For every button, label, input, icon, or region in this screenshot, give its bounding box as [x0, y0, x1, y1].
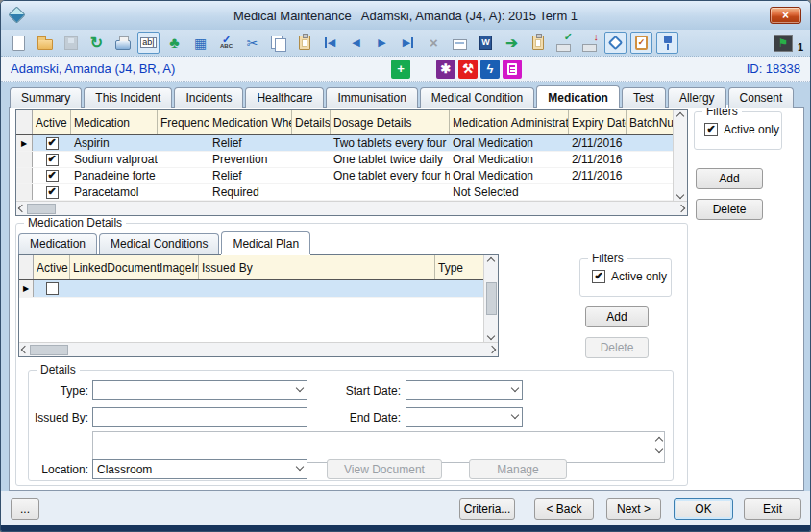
- location-combo[interactable]: Classroom: [92, 459, 307, 479]
- tab-healthcare[interactable]: Healthcare: [245, 87, 324, 108]
- medication-row-paracetamol[interactable]: ✔ Paracetamol Required Not Selected: [16, 184, 673, 201]
- medication-row-sodium-valproate[interactable]: ✔ Sodium valproate Prevention One tablet…: [16, 152, 673, 168]
- scroll-down-icon[interactable]: [676, 191, 684, 199]
- tab-immunisation[interactable]: Immunisation: [326, 87, 417, 108]
- tab-test[interactable]: Test: [622, 87, 666, 108]
- tab-medical-conditions[interactable]: Medical Conditions: [99, 233, 219, 254]
- back-button[interactable]: < Back: [534, 498, 594, 520]
- delete-medication-button[interactable]: Delete: [696, 199, 763, 220]
- first-record-icon[interactable]: ◀: [319, 32, 341, 54]
- spin-down-icon[interactable]: [655, 446, 663, 453]
- more-button[interactable]: ...: [11, 498, 39, 520]
- next-button[interactable]: Next >: [606, 498, 661, 520]
- col-medication-when[interactable]: Medication When: [209, 110, 292, 134]
- type-combo[interactable]: [92, 380, 307, 400]
- active-checkbox[interactable]: ✔: [46, 186, 59, 199]
- cell-medication[interactable]: Paracetamol: [71, 184, 158, 200]
- paste-icon[interactable]: [293, 32, 315, 54]
- medical-plan-row[interactable]: ▶: [19, 280, 483, 298]
- col-medication[interactable]: Medication: [71, 110, 158, 134]
- medical-plan-grid-vscroll[interactable]: [483, 255, 498, 342]
- refresh-icon[interactable]: ↻: [86, 32, 108, 54]
- add-status-icon[interactable]: +: [391, 60, 410, 79]
- tab-summary[interactable]: Summary: [10, 87, 82, 108]
- col-batchnum[interactable]: BatchNum: [627, 110, 673, 134]
- tag-icon[interactable]: [604, 32, 627, 54]
- lightning-status-icon[interactable]: ϟ: [480, 60, 500, 79]
- star-status-icon[interactable]: ✱: [436, 60, 455, 79]
- col-details[interactable]: Details: [292, 110, 331, 134]
- cell-medication[interactable]: Aspirin: [71, 135, 158, 151]
- col-issued-by[interactable]: Issued By: [199, 255, 435, 279]
- copy-icon[interactable]: [267, 32, 289, 54]
- last-record-icon[interactable]: ▶: [397, 32, 419, 54]
- checklist-icon[interactable]: ✓: [630, 32, 652, 54]
- tab-this-incident[interactable]: This Incident: [84, 87, 172, 108]
- col-expiry-date[interactable]: Expiry Date: [569, 110, 627, 134]
- scroll-up-icon[interactable]: [487, 257, 495, 265]
- scroll-left-icon[interactable]: [21, 346, 29, 353]
- tab-consent[interactable]: Consent: [728, 87, 795, 108]
- col-type[interactable]: Type: [435, 255, 485, 279]
- plan-active-only-filter[interactable]: ✔ Active only: [592, 270, 667, 283]
- medication-grid-vscroll[interactable]: [673, 110, 687, 201]
- tab-medical-condition[interactable]: Medical Condition: [420, 87, 534, 108]
- new-document-icon[interactable]: [8, 32, 30, 54]
- flag-icon[interactable]: ⚑: [774, 35, 793, 52]
- tab-medication-detail[interactable]: Medication: [18, 233, 97, 254]
- col-frequency[interactable]: Frequency: [158, 110, 209, 134]
- word-document-icon[interactable]: W: [475, 32, 497, 54]
- medication-row-panadeine-forte[interactable]: ✔ Panadeine forte Relief One tablet ever…: [16, 168, 673, 184]
- tab-incidents[interactable]: Incidents: [174, 87, 243, 108]
- active-checkbox[interactable]: ✔: [46, 154, 59, 166]
- previous-record-icon[interactable]: ◀: [345, 32, 367, 54]
- col-linked-document-image-index[interactable]: LinkedDocumentImageIndex: [70, 255, 199, 279]
- vscroll-thumb[interactable]: [486, 282, 497, 315]
- tree-icon[interactable]: ♣: [163, 32, 185, 54]
- plan-active-only-checkbox[interactable]: ✔: [592, 270, 605, 283]
- active-only-filter[interactable]: ✔ Active only: [704, 123, 779, 136]
- criteria-button[interactable]: Criteria...: [459, 498, 515, 520]
- col-plan-active[interactable]: Active: [34, 255, 70, 279]
- start-date-combo[interactable]: [406, 380, 523, 400]
- clipboard-status-icon[interactable]: [503, 60, 522, 79]
- export-icon[interactable]: ➔: [501, 32, 523, 54]
- issued-by-input[interactable]: [92, 407, 307, 427]
- next-record-icon[interactable]: ▶: [371, 32, 393, 54]
- import-icon[interactable]: ↓: [578, 32, 601, 54]
- scroll-left-icon[interactable]: [18, 205, 26, 212]
- active-checkbox[interactable]: ✔: [46, 170, 59, 182]
- col-dosage-details[interactable]: Dosage Details: [331, 110, 450, 134]
- active-checkbox[interactable]: ✔: [46, 137, 59, 150]
- hscroll-thumb[interactable]: [27, 204, 56, 214]
- col-medication-administration[interactable]: Medication Administration: [450, 110, 569, 134]
- approve-icon[interactable]: ✓: [553, 32, 575, 54]
- cell-medication[interactable]: Panadeine forte: [71, 168, 158, 183]
- spin-up-icon[interactable]: [655, 437, 663, 445]
- clipboard-icon[interactable]: [527, 32, 549, 54]
- scroll-right-icon[interactable]: [677, 205, 685, 212]
- medication-grid-hscroll[interactable]: [16, 201, 687, 215]
- hammer-status-icon[interactable]: ⚒: [458, 60, 478, 79]
- close-button[interactable]: ×: [770, 7, 801, 24]
- plan-active-checkbox[interactable]: [46, 282, 59, 295]
- memo-icon[interactable]: [449, 32, 471, 54]
- tab-medical-plan[interactable]: Medical Plan: [221, 231, 310, 254]
- hscroll-thumb[interactable]: [30, 345, 68, 355]
- print-icon[interactable]: [111, 32, 134, 54]
- spellcheck-icon[interactable]: ✓ABC: [215, 32, 237, 54]
- find-icon[interactable]: ab|: [137, 32, 160, 54]
- end-date-combo[interactable]: [406, 407, 523, 427]
- active-only-checkbox[interactable]: ✔: [704, 123, 718, 136]
- medication-row-aspirin[interactable]: ▶ ✔ Aspirin Relief Two tablets every fou…: [16, 135, 673, 152]
- medical-plan-grid-hscroll[interactable]: [19, 342, 498, 356]
- title-bar[interactable]: Medical Maintenance Adamski, Amanda (J4,…: [1, 1, 810, 30]
- tab-allergy[interactable]: Allergy: [668, 87, 726, 108]
- pin-icon[interactable]: [656, 32, 678, 54]
- ok-button[interactable]: OK: [674, 498, 733, 520]
- open-folder-icon[interactable]: [34, 32, 56, 54]
- cut-icon[interactable]: ✂: [241, 32, 263, 54]
- scroll-down-icon[interactable]: [487, 332, 495, 340]
- add-medication-button[interactable]: Add: [696, 168, 763, 189]
- exit-button[interactable]: Exit: [744, 498, 801, 520]
